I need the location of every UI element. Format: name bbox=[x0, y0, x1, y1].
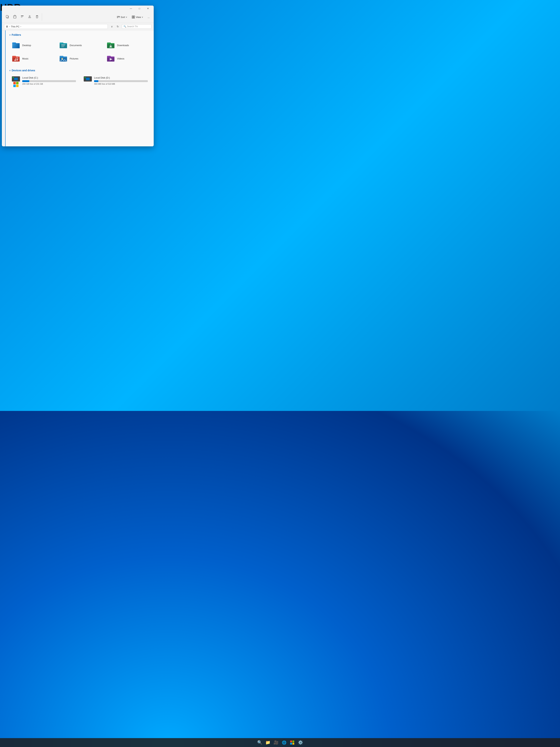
dropdown-button[interactable]: ∨ bbox=[109, 24, 114, 29]
address-bar: 🖥 > This PC > ∨ ↻ 🔍 Search Thi bbox=[2, 23, 154, 30]
c-drive-fill bbox=[14, 78, 18, 80]
svg-rect-6 bbox=[21, 17, 22, 18]
c-drive-body bbox=[12, 76, 20, 81]
drive-c[interactable]: Local Disk (C:) 200 GB free of 231 GB bbox=[9, 75, 78, 88]
copy-button[interactable] bbox=[4, 12, 11, 22]
folders-grid: Desktop Documents bbox=[9, 39, 150, 65]
d-drive-body bbox=[84, 76, 92, 81]
svg-rect-12 bbox=[132, 17, 133, 18]
rename-button[interactable] bbox=[19, 12, 26, 22]
svg-rect-20 bbox=[61, 47, 64, 47]
sort-label: Sort bbox=[121, 16, 125, 19]
folders-chevron: ∨ bbox=[9, 34, 10, 36]
sort-button[interactable]: Sort ∨ bbox=[115, 14, 129, 20]
svg-rect-16 bbox=[12, 43, 20, 48]
main-panel: ∨ Folders bbox=[5, 30, 154, 146]
win-sq-3 bbox=[14, 85, 16, 87]
c-drive-info: Local Disk (C:) 200 GB free of 231 GB bbox=[22, 76, 76, 85]
monitor-icon: 🖥 bbox=[6, 25, 8, 28]
paste-button[interactable] bbox=[11, 12, 18, 22]
view-button[interactable]: View ∨ bbox=[130, 14, 145, 20]
d-drive-progress-fill bbox=[94, 80, 98, 82]
view-chevron: ∨ bbox=[142, 16, 143, 18]
svg-rect-19 bbox=[61, 46, 64, 46]
svg-rect-1 bbox=[6, 16, 8, 18]
folder-downloads[interactable]: Downloads bbox=[104, 39, 150, 51]
c-drive-progress-fill bbox=[22, 80, 29, 82]
downloads-folder-icon bbox=[106, 41, 115, 50]
search-box[interactable]: 🔍 Search Thi bbox=[122, 24, 152, 29]
music-folder-icon bbox=[11, 54, 20, 63]
taskbar-edge[interactable]: 🌐 bbox=[281, 739, 288, 746]
maximize-button[interactable]: □ bbox=[135, 5, 144, 11]
task-win-sq-2 bbox=[292, 741, 294, 742]
videos-folder-icon bbox=[106, 54, 115, 63]
desktop-folder-name: Desktop bbox=[22, 44, 31, 47]
explorer-window: — □ ✕ bbox=[2, 5, 154, 146]
documents-folder-name: Documents bbox=[70, 44, 82, 47]
downloads-folder-name: Downloads bbox=[117, 44, 129, 47]
drives-section-header[interactable]: ∨ Devices and drives bbox=[9, 69, 150, 72]
close-button[interactable]: ✕ bbox=[144, 5, 152, 11]
folders-section-header[interactable]: ∨ Folders bbox=[9, 33, 150, 36]
win-sq-2 bbox=[16, 82, 19, 84]
d-drive-info: Local Disk (D:) 469 MB free of 510 MB bbox=[94, 76, 148, 85]
address-controls: ∨ ↻ bbox=[109, 24, 121, 29]
folder-documents[interactable]: Documents bbox=[57, 39, 103, 51]
folder-pictures[interactable]: Pictures bbox=[57, 53, 103, 65]
pictures-folder-name: Pictures bbox=[70, 57, 78, 60]
c-drive-name: Local Disk (C:) bbox=[22, 76, 76, 79]
search-placeholder: Search Thi bbox=[127, 25, 138, 28]
pictures-folder-icon bbox=[59, 54, 68, 63]
svg-rect-18 bbox=[61, 45, 65, 45]
share-icon bbox=[28, 15, 31, 20]
more-button[interactable]: ... bbox=[146, 14, 152, 20]
win-sq-1 bbox=[14, 82, 16, 84]
windows-logo-c bbox=[14, 82, 19, 87]
music-folder-name: Music bbox=[22, 57, 28, 60]
desktop-folder-icon bbox=[11, 41, 20, 50]
folder-music[interactable]: Music bbox=[9, 53, 55, 65]
title-bar: — □ ✕ bbox=[2, 5, 154, 11]
win-sq-4 bbox=[16, 85, 19, 87]
d-drive-name: Local Disk (D:) bbox=[94, 76, 148, 79]
taskbar: 🔍 📁 🎥 🌐 ⚙️ bbox=[0, 738, 560, 747]
svg-rect-10 bbox=[132, 16, 133, 17]
view-label: View bbox=[136, 16, 141, 19]
drive-d[interactable]: Local Disk (D:) 469 MB free of 510 MB bbox=[81, 75, 150, 88]
more-label: ... bbox=[148, 16, 150, 19]
taskbar-camera[interactable]: 🎥 bbox=[272, 739, 279, 746]
task-win-sq-3 bbox=[290, 743, 292, 745]
svg-point-24 bbox=[15, 59, 16, 61]
c-drive-space: 200 GB free of 231 GB bbox=[22, 83, 76, 85]
c-drive-progress-bar bbox=[22, 80, 76, 82]
svg-rect-7 bbox=[36, 16, 38, 18]
svg-rect-4 bbox=[21, 16, 24, 16]
documents-folder-icon bbox=[59, 41, 68, 50]
svg-rect-11 bbox=[134, 16, 135, 17]
path-thispc: This PC bbox=[11, 25, 20, 28]
address-path[interactable]: 🖥 > This PC > bbox=[4, 24, 108, 29]
taskbar-settings[interactable]: ⚙️ bbox=[297, 739, 304, 746]
task-win-sq-4 bbox=[292, 743, 294, 745]
svg-point-25 bbox=[17, 59, 18, 60]
folder-videos[interactable]: Videos bbox=[104, 53, 150, 65]
share-button[interactable] bbox=[26, 12, 33, 22]
task-win-sq-1 bbox=[290, 741, 292, 742]
delete-button[interactable] bbox=[34, 12, 41, 22]
svg-rect-5 bbox=[21, 17, 23, 17]
toolbar-separator bbox=[42, 14, 42, 21]
paste-icon bbox=[13, 15, 17, 20]
folder-desktop[interactable]: Desktop bbox=[9, 39, 55, 51]
c-drive-led bbox=[12, 77, 14, 78]
wallpaper-bloom bbox=[0, 411, 560, 747]
taskbar-search[interactable]: 🔍 bbox=[256, 739, 263, 746]
refresh-button[interactable]: ↻ bbox=[115, 24, 121, 29]
copy-icon bbox=[5, 15, 9, 20]
path-chevron-1: > bbox=[9, 26, 10, 28]
folders-title: Folders bbox=[12, 33, 21, 36]
search-icon: 🔍 bbox=[124, 25, 126, 28]
minimize-button[interactable]: — bbox=[127, 5, 135, 11]
taskbar-windows[interactable] bbox=[289, 739, 296, 746]
taskbar-fileexplorer[interactable]: 📁 bbox=[264, 739, 271, 746]
